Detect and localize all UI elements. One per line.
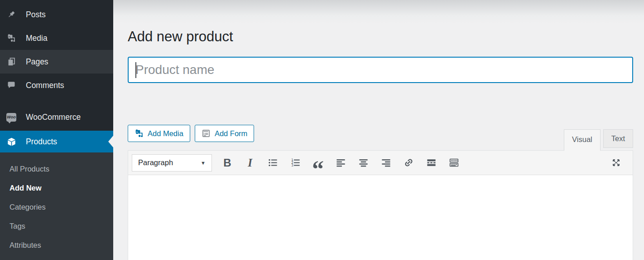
sidebar-item-woocommerce[interactable]: Woo WooCommerce (0, 105, 113, 129)
submenu-item-all-products[interactable]: All Products (0, 159, 113, 178)
visual-editor: Paragraph ▼ B I 1 2 3 (128, 150, 633, 260)
insert-more-tag-button[interactable] (422, 154, 441, 172)
align-left-button[interactable] (331, 154, 350, 172)
fullscreen-icon (611, 157, 621, 168)
media-icon (135, 129, 144, 138)
admin-sidebar: Posts Media Pages (0, 0, 113, 260)
add-form-label: Add Form (215, 129, 247, 138)
editor-mode-tabs: Visual Text (564, 129, 633, 150)
paragraph-format-select[interactable]: Paragraph ▼ (132, 154, 212, 172)
format-select-value: Paragraph (138, 158, 173, 167)
submenu-item-attributes[interactable]: Attributes (0, 235, 113, 255)
product-name-input[interactable] (128, 57, 633, 83)
svg-text:3: 3 (291, 163, 293, 167)
form-icon (202, 129, 211, 138)
tab-text[interactable]: Text (603, 129, 633, 148)
align-center-button[interactable] (354, 154, 373, 172)
woocommerce-icon: Woo (6, 112, 16, 122)
pages-icon (6, 57, 16, 67)
numbered-list-icon: 1 2 3 (290, 157, 301, 168)
link-icon (404, 157, 414, 168)
italic-button[interactable]: I (240, 154, 260, 172)
bold-icon: B (223, 157, 231, 169)
title-input-wrap (128, 57, 633, 83)
pushpin-icon (6, 10, 16, 20)
editor-tools-row: Add Media Add Form Visu (128, 122, 633, 150)
more-tag-icon (426, 157, 437, 168)
text-caret (135, 62, 136, 78)
media-icon (6, 33, 16, 43)
editor-content-area[interactable] (128, 175, 633, 260)
align-center-icon (358, 157, 369, 168)
editor-toolbar: Paragraph ▼ B I 1 2 3 (128, 151, 633, 175)
sidebar-item-comments[interactable]: Comments (0, 74, 113, 97)
bulleted-list-icon (268, 157, 278, 168)
current-menu-arrow (108, 136, 113, 147)
main-content: Add new product Ad (113, 0, 644, 260)
numbered-list-button[interactable]: 1 2 3 (286, 154, 305, 172)
blockquote-button[interactable]: “ (308, 154, 327, 172)
add-form-button[interactable]: Add Form (195, 125, 254, 142)
sidebar-item-posts[interactable]: Posts (0, 3, 113, 26)
products-box-icon (6, 137, 16, 147)
sidebar-item-label: Products (26, 137, 57, 147)
sidebar-item-products[interactable]: Products (0, 131, 113, 152)
submenu-item-tags[interactable]: Tags (0, 216, 113, 235)
add-media-label: Add Media (148, 129, 183, 138)
align-right-button[interactable] (376, 154, 395, 172)
align-left-icon (336, 157, 346, 168)
submenu-item-categories[interactable]: Categories (0, 197, 113, 216)
toolbar-toggle-button[interactable] (444, 154, 463, 172)
sidebar-item-pages[interactable]: Pages (0, 50, 113, 74)
chevron-down-icon: ▼ (201, 160, 206, 166)
align-right-icon (381, 157, 391, 168)
media-buttons: Add Media Add Form (128, 125, 254, 142)
keyboard-icon (449, 157, 459, 168)
tab-visual[interactable]: Visual (564, 129, 601, 151)
fullscreen-button[interactable] (606, 154, 625, 172)
add-media-button[interactable]: Add Media (128, 125, 190, 142)
sidebar-item-label: WooCommerce (26, 113, 81, 122)
sidebar-item-label: Media (26, 34, 48, 43)
bold-button[interactable]: B (218, 154, 237, 172)
insert-link-button[interactable] (399, 154, 418, 172)
sidebar-item-media[interactable]: Media (0, 26, 113, 50)
submenu-item-add-new[interactable]: Add New (0, 178, 113, 197)
sidebar-item-label: Posts (26, 10, 46, 20)
products-submenu: All Products Add New Categories Tags Att… (0, 152, 113, 260)
menu-separator (0, 97, 113, 105)
comments-icon (6, 80, 16, 90)
italic-icon: I (248, 157, 252, 169)
sidebar-item-label: Pages (26, 57, 48, 67)
page-title: Add new product (128, 28, 633, 45)
sidebar-item-label: Comments (26, 81, 64, 90)
bulleted-list-button[interactable] (263, 154, 282, 172)
